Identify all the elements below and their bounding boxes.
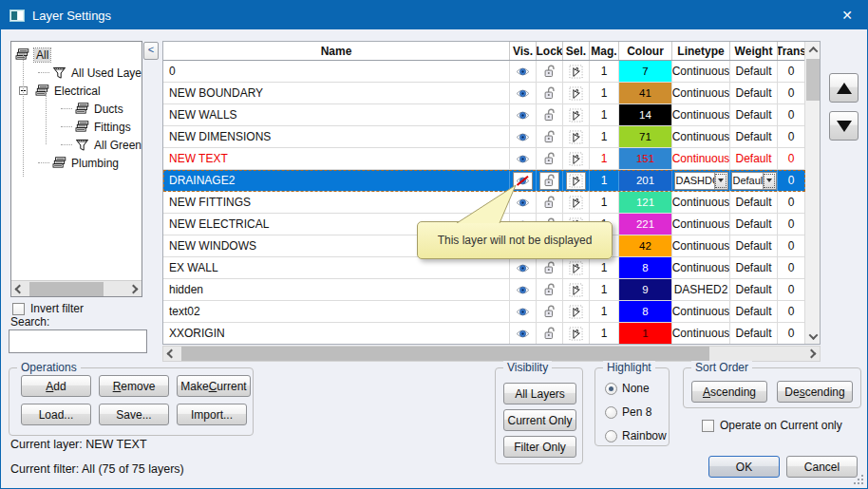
lock-toggle[interactable] xyxy=(537,257,563,278)
scroll-up-icon[interactable] xyxy=(805,42,821,57)
invert-filter-checkbox[interactable]: Invert filter xyxy=(12,302,84,315)
tree-item-ducts[interactable]: Ducts xyxy=(11,100,142,118)
ok-button[interactable]: OK xyxy=(708,456,780,478)
all-layers-button[interactable]: All Layers xyxy=(503,383,576,404)
highlight-option-rainbow[interactable]: Rainbow xyxy=(605,429,669,442)
ascending-button[interactable]: Ascending xyxy=(691,381,767,403)
weight-cell[interactable]: Default xyxy=(730,279,778,300)
tree-item-electrical[interactable]: Electrical xyxy=(11,82,142,100)
linetype-cell[interactable]: Continuous xyxy=(672,323,730,344)
layer-name-cell[interactable]: hidden xyxy=(163,279,510,300)
transparency-cell[interactable]: 0 xyxy=(778,235,805,256)
layer-row-xxorigin[interactable]: XXORIGIN11ContinuousDefault0 xyxy=(163,323,805,344)
selectable-toggle[interactable] xyxy=(563,148,590,169)
tree-scroll-thumb[interactable] xyxy=(29,282,104,296)
radio-icon[interactable] xyxy=(605,430,617,442)
linetype-cell[interactable]: Continuous xyxy=(672,192,730,213)
colour-swatch[interactable]: 7 xyxy=(619,61,672,82)
search-input[interactable] xyxy=(9,329,147,353)
lock-toggle[interactable] xyxy=(537,301,563,322)
highlight-option-pen-8[interactable]: Pen 8 xyxy=(605,405,669,419)
layer-row-text02[interactable]: text0218ContinuousDefault0 xyxy=(163,301,805,323)
layer-row-new-dimensions[interactable]: NEW DIMENSIONS171ContinuousDefault0 xyxy=(163,126,805,148)
linetype-cell[interactable]: DASHDOT2 xyxy=(672,170,730,191)
layer-name-cell[interactable]: EX WALL xyxy=(163,257,510,278)
layer-name-cell[interactable]: NEW BOUNDARY xyxy=(163,83,510,103)
selectable-toggle[interactable] xyxy=(563,323,590,344)
radio-icon[interactable] xyxy=(605,406,617,419)
linetype-cell[interactable]: Continuous xyxy=(672,148,730,169)
move-layer-down-button[interactable] xyxy=(829,111,859,141)
save-button[interactable]: Save... xyxy=(99,404,169,425)
import-button[interactable]: Import... xyxy=(177,404,247,425)
scroll-right-icon[interactable] xyxy=(125,281,142,297)
weight-cell[interactable]: Default xyxy=(730,83,778,103)
lock-toggle[interactable] xyxy=(537,323,563,344)
column-header-lock[interactable]: Lock xyxy=(537,42,563,60)
lock-toggle[interactable] xyxy=(537,83,563,103)
column-header-name[interactable]: Name xyxy=(163,42,510,60)
layer-name-cell[interactable]: NEW DIMENSIONS xyxy=(163,126,510,147)
descending-button[interactable]: Descending xyxy=(777,381,853,403)
layer-row-new-boundary[interactable]: NEW BOUNDARY141ContinuousDefault0 xyxy=(163,83,805,104)
table-header[interactable]: NameVis.LockSel.Mag.ColourLinetypeWeight… xyxy=(163,42,805,61)
layer-name-cell[interactable]: DRAINAGE2 xyxy=(163,170,510,191)
resize-grip[interactable] xyxy=(854,475,863,484)
linetype-cell[interactable]: Continuous xyxy=(672,104,730,125)
column-header-sel[interactable]: Sel. xyxy=(563,42,590,60)
colour-swatch[interactable]: 8 xyxy=(619,257,672,278)
table-vertical-scrollbar[interactable] xyxy=(804,42,820,344)
magnification-cell[interactable]: 1 xyxy=(590,257,619,278)
scroll-down-icon[interactable] xyxy=(805,329,821,344)
radio-icon[interactable] xyxy=(605,383,617,395)
layer-name-cell[interactable]: 0 xyxy=(163,61,510,82)
transparency-cell[interactable]: 0 xyxy=(778,257,805,278)
magnification-cell[interactable]: 1 xyxy=(590,279,619,300)
weight-cell[interactable]: Default xyxy=(730,214,778,235)
lock-toggle[interactable] xyxy=(537,192,563,213)
linetype-cell[interactable]: Continuous xyxy=(672,235,730,256)
weight-cell[interactable]: Default xyxy=(730,323,778,344)
collapse-tree-button[interactable]: < xyxy=(143,42,159,60)
table-horizontal-scrollbar[interactable] xyxy=(162,346,821,362)
transparency-cell[interactable]: 0 xyxy=(778,279,805,300)
visibility-toggle[interactable] xyxy=(510,83,537,103)
linetype-cell[interactable]: DASHED2 xyxy=(672,279,730,300)
linetype-cell[interactable]: Continuous xyxy=(672,257,730,278)
titlebar[interactable]: Layer Settings ✕ xyxy=(1,1,867,29)
layer-name-cell[interactable]: XXORIGIN xyxy=(163,323,510,344)
linetype-combobox[interactable]: DASHDOT2 xyxy=(674,172,728,190)
table-vscroll-thumb[interactable] xyxy=(806,59,820,101)
weight-cell[interactable]: Default xyxy=(730,61,778,82)
colour-swatch[interactable]: 14 xyxy=(619,104,672,125)
transparency-cell[interactable]: 0 xyxy=(778,104,805,125)
tree-item-all-green-layers[interactable]: All Green Layers xyxy=(11,136,142,154)
selectable-toggle[interactable] xyxy=(563,104,590,125)
current-only-button[interactable]: Current Only xyxy=(503,409,576,431)
visibility-toggle[interactable] xyxy=(510,301,537,322)
layer-row-drainage2[interactable]: DRAINAGE21201DASHDOT2Default0 xyxy=(163,170,805,192)
colour-swatch[interactable]: 121 xyxy=(619,192,672,213)
magnification-cell[interactable]: 1 xyxy=(590,126,619,147)
transparency-cell[interactable]: 0 xyxy=(778,301,805,322)
lock-toggle[interactable] xyxy=(537,104,563,125)
magnification-cell[interactable]: 1 xyxy=(590,170,619,191)
scroll-right-icon[interactable] xyxy=(803,346,820,362)
tree-horizontal-scrollbar[interactable] xyxy=(11,280,142,296)
visibility-toggle[interactable] xyxy=(510,257,537,278)
transparency-cell[interactable]: 0 xyxy=(778,61,805,82)
column-header-vis[interactable]: Vis. xyxy=(510,42,537,60)
weight-cell[interactable]: Default xyxy=(730,170,778,191)
layer-row-0[interactable]: 017ContinuousDefault0 xyxy=(163,61,805,83)
transparency-cell[interactable]: 0 xyxy=(778,170,805,191)
magnification-cell[interactable]: 1 xyxy=(590,83,619,103)
transparency-cell[interactable]: 0 xyxy=(778,323,805,344)
close-button[interactable]: ✕ xyxy=(827,1,867,29)
weight-cell[interactable]: Default xyxy=(730,148,778,169)
cancel-button[interactable]: Cancel xyxy=(786,456,858,478)
weight-cell[interactable]: Default xyxy=(730,301,778,322)
layer-row-new-fittings[interactable]: NEW FITTINGS1121ContinuousDefault0 xyxy=(163,192,805,214)
colour-swatch[interactable]: 9 xyxy=(619,279,672,300)
colour-swatch[interactable]: 221 xyxy=(619,214,672,235)
linetype-cell[interactable]: Continuous xyxy=(672,83,730,103)
